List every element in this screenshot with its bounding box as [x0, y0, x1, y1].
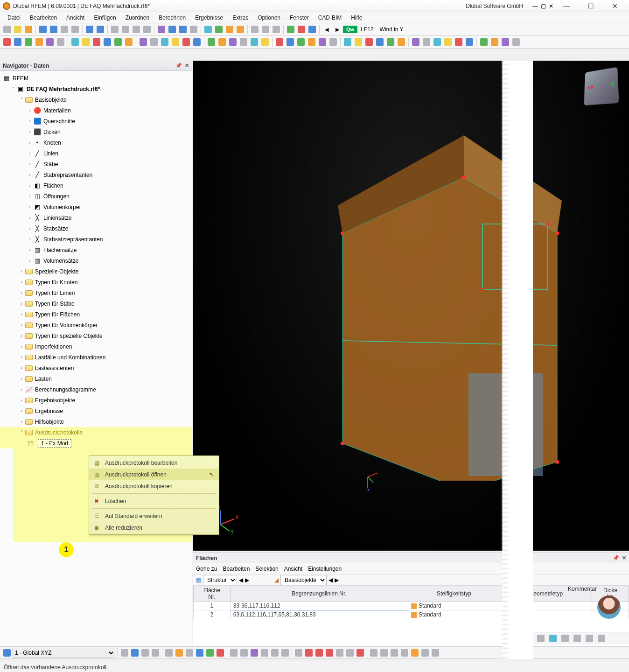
toolbar2-button-7[interactable]	[81, 37, 91, 47]
tree-basisobjekte[interactable]: ˅ Basisobjekte	[0, 94, 192, 105]
footer-toolbar-button-3[interactable]	[150, 648, 161, 658]
tree-folder-hilfsobjekte[interactable]: ›Hilfsobjekte	[0, 416, 192, 427]
footer-toolbar-button-7[interactable]	[195, 648, 205, 658]
toolbar2-button-11[interactable]	[124, 37, 134, 47]
coord-system-icon[interactable]	[2, 648, 12, 658]
table-menu-ansicht[interactable]: Ansicht	[284, 566, 302, 572]
toolbar2-button-3[interactable]	[34, 37, 44, 47]
toolbar2-button-31[interactable]	[353, 37, 363, 47]
toolbar2-button-16[interactable]	[181, 37, 191, 47]
select-button[interactable]	[110, 24, 120, 35]
footer-toolbar-button-2[interactable]	[140, 648, 150, 658]
tree-folder-typen-für-volumenkörper[interactable]: ›Typen für Volumenkörper	[0, 320, 192, 330]
toolbar2-button-26[interactable]	[296, 37, 306, 47]
assistant-avatar[interactable]	[597, 595, 621, 619]
menu-ergebnisse[interactable]: Ergebnisse	[190, 13, 228, 22]
expand-icon[interactable]: ›	[27, 258, 33, 263]
show-supports-button[interactable]	[307, 24, 317, 35]
tree-basis-knoten[interactable]: ›•Knoten	[0, 137, 192, 148]
tree-basis-öffnungen[interactable]: ›◫Öffnungen	[0, 191, 192, 202]
show-forces-button[interactable]	[296, 24, 307, 35]
tree-basis-dicken[interactable]: ›⬛Dicken	[0, 126, 192, 137]
toolbar2-button-1[interactable]	[13, 37, 23, 47]
toolbar2-button-37[interactable]	[421, 37, 432, 47]
tree-ausdruckprotokolle[interactable]: ˅ Ausdruckprotokolle	[0, 427, 192, 438]
toolbar2-button-35[interactable]	[396, 37, 406, 47]
tree-folder-imperfektionen[interactable]: ›Imperfektionen	[0, 341, 192, 352]
toolbar2-button-27[interactable]	[307, 37, 317, 47]
toolbar2-button-44[interactable]	[500, 37, 510, 47]
menu-ansicht[interactable]: Ansicht	[62, 13, 89, 22]
tree-root[interactable]: ▦ RFEM	[0, 73, 192, 84]
expand-icon[interactable]: ›	[19, 290, 24, 295]
expand-icon[interactable]: ›	[27, 161, 33, 167]
toolbar2-button-0[interactable]	[2, 37, 12, 47]
table-toggle-button[interactable]	[167, 24, 177, 35]
tree-folder-typen-für-spezielle-objekte[interactable]: ›Typen für spezielle Objekte	[0, 330, 192, 341]
navigator-pin-icon[interactable]: 📌	[175, 63, 182, 69]
toolbar2-button-12[interactable]	[138, 37, 148, 47]
expand-icon[interactable]: ›	[19, 269, 24, 274]
viewport-3d[interactable]: +X -Y X Y Z Z	[193, 61, 629, 551]
print-preview-button[interactable]	[70, 24, 80, 35]
expand-icon[interactable]: ›	[27, 172, 33, 177]
script-button[interactable]	[235, 24, 245, 35]
toolbar2-button-8[interactable]	[91, 37, 102, 47]
toolbar2-button-33[interactable]	[375, 37, 385, 47]
loadcase-name[interactable]: Wind in Y	[379, 26, 403, 33]
table-row[interactable]: 133-36,117,116,112StandardEbene1	[194, 602, 629, 610]
toolbar2-button-21[interactable]	[238, 37, 249, 47]
expand-icon[interactable]: ›	[19, 376, 24, 381]
toolbar2-button-18[interactable]	[206, 37, 217, 47]
grid-toggle-button[interactable]	[189, 24, 199, 35]
tree-basis-stabsatzrepräsentanten[interactable]: ›╳Stabsatzrepräsentanten	[0, 234, 192, 245]
toolbar2-button-6[interactable]	[70, 37, 80, 47]
navigator-tree[interactable]: ▦ RFEM ˅ ▣ DE FAQ Mehrfachdruck.rf6* ˅ B…	[0, 71, 192, 647]
menu-hilfe[interactable]: Hilfe	[346, 13, 367, 22]
toolbar2-button-10[interactable]	[113, 37, 123, 47]
expand-icon[interactable]: ›	[19, 419, 24, 424]
show-deform-button[interactable]	[286, 24, 296, 35]
menu-cad-bim[interactable]: CAD-BIM	[314, 13, 347, 22]
toolbar2-button-9[interactable]	[102, 37, 112, 47]
footer-toolbar-button-10[interactable]	[229, 648, 239, 658]
line-input-button[interactable]	[260, 24, 271, 35]
panel-toggle-button[interactable]	[178, 24, 188, 35]
toolbar2-button-29[interactable]	[328, 37, 338, 47]
coord-system-select[interactable]: 1 - Global XYZ	[13, 648, 115, 658]
menu-berechnen[interactable]: Berechnen	[154, 13, 190, 22]
footer-toolbar-button-23[interactable]	[369, 648, 379, 658]
tree-basis-volumenkörper[interactable]: ›◩Volumenkörper	[0, 202, 192, 212]
toolbar2-button-42[interactable]	[479, 37, 489, 47]
menu-zuordnen[interactable]: Zuordnen	[121, 13, 154, 22]
tree-basis-linien[interactable]: ›╱Linien	[0, 148, 192, 159]
footer-toolbar-button-12[interactable]	[249, 648, 259, 658]
toolbar2-button-19[interactable]	[217, 37, 227, 47]
menu-fenster[interactable]: Fenster	[285, 13, 314, 22]
osnap-button[interactable]	[584, 633, 594, 644]
footer-toolbar-button-19[interactable]	[324, 648, 335, 658]
navigator-close-icon[interactable]: ✕	[185, 63, 189, 69]
expand-icon[interactable]: ›	[19, 312, 24, 317]
footer-toolbar-button-17[interactable]	[304, 648, 314, 658]
tree-folder-lastfälle-und-kombinationen[interactable]: ›Lastfälle und Kombinationen	[0, 352, 192, 363]
results-button[interactable]	[224, 24, 235, 35]
ortho-button[interactable]	[572, 633, 582, 644]
expand-icon[interactable]: ›	[19, 408, 24, 413]
loadcase-id[interactable]: LF12	[361, 26, 373, 33]
open-file-button[interactable]	[13, 24, 23, 35]
snap-toggle-button[interactable]	[536, 633, 546, 644]
footer-toolbar-button-13[interactable]	[259, 648, 270, 658]
mdi-minimize-icon[interactable]: —	[532, 3, 538, 9]
tree-file[interactable]: ˅ ▣ DE FAQ Mehrfachdruck.rf6*	[0, 84, 192, 94]
footer-toolbar-button-27[interactable]	[410, 648, 420, 658]
toolbar2-button-32[interactable]	[364, 37, 374, 47]
navigation-cube[interactable]: +X -Y	[584, 67, 619, 105]
footer-toolbar-button-18[interactable]	[314, 648, 324, 658]
ctx-copy-printout[interactable]: ⧉ Ausdruckprotokoll kopieren	[89, 480, 219, 492]
table-menu-einstellungen[interactable]: Einstellungen	[308, 566, 342, 572]
toolbar2-button-20[interactable]	[228, 37, 238, 47]
footer-toolbar-button-4[interactable]	[164, 648, 174, 658]
save-button[interactable]	[38, 24, 48, 35]
expand-icon[interactable]: ›	[19, 387, 24, 392]
